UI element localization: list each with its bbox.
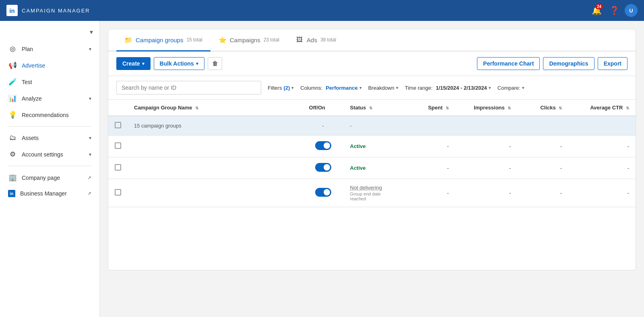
filters-dropdown[interactable]: Filters (2) ▾	[268, 85, 294, 91]
compare-label: Compare:	[497, 85, 520, 91]
sidebar: ▾ ◎ Plan ▾ 📢 Advertise 🧪 Test 📊 Analyze …	[0, 21, 100, 317]
status-sort-icon: ⇅	[369, 106, 372, 110]
row1-toggle[interactable]	[315, 141, 331, 150]
campaigns-table: Campaign Group Name ⇅ Off/On Status ⇅ Sp…	[108, 100, 636, 207]
summary-impressions-cell	[455, 116, 517, 136]
header-spent-label: Spent	[428, 105, 442, 111]
compare-chevron-icon: ▾	[522, 85, 524, 91]
sidebar-item-assets[interactable]: 🗂 Assets ▾	[0, 130, 99, 146]
sidebar-collapse-button[interactable]: ▾	[90, 28, 93, 36]
summary-checkbox[interactable]	[115, 122, 121, 128]
clicks-sort-icon: ⇅	[559, 106, 562, 110]
sidebar-item-business-manager[interactable]: in Business Manager ↗	[0, 186, 99, 201]
filters-label: Filters	[268, 85, 282, 91]
sidebar-test-label: Test	[22, 79, 91, 85]
row2-toggle-cell[interactable]	[303, 157, 344, 179]
filter-bar: Filters (2) ▾ Columns: Performance ▾ Bre…	[108, 76, 636, 100]
campaigns-count: 23 total	[264, 37, 279, 43]
campaigns-icon: ⭐	[219, 36, 227, 44]
sidebar-item-company-page[interactable]: 🏢 Company page ↗	[0, 169, 99, 186]
performance-chart-button[interactable]: Performance Chart	[477, 57, 540, 70]
summary-clicks-cell	[517, 116, 568, 136]
notification-badge: 24	[595, 4, 603, 9]
sidebar-item-test[interactable]: 🧪 Test	[0, 74, 99, 90]
row2-status: Active	[350, 165, 366, 171]
bulk-actions-button[interactable]: Bulk Actions ▾	[154, 57, 204, 70]
campaign-panel: 📁 Campaign groups 15 total ⭐ Campaigns 2…	[108, 29, 636, 270]
row2-checkbox-cell[interactable]	[108, 157, 128, 179]
breakdown-dropdown[interactable]: Breakdown ▾	[368, 85, 398, 91]
row3-toggle-cell[interactable]	[303, 179, 344, 207]
demographics-button[interactable]: Demographics	[543, 57, 594, 70]
sidebar-item-recommendations[interactable]: 💡 Recommendations	[0, 107, 99, 123]
name-sort-icon: ⇅	[195, 106, 198, 110]
summary-name-cell: 15 campaign groups	[128, 116, 303, 136]
row3-checkbox[interactable]	[115, 189, 121, 196]
sidebar-item-account-settings[interactable]: ⚙ Account settings ▾	[0, 146, 99, 163]
analyze-chevron-icon: ▾	[89, 96, 91, 101]
columns-value: Performance	[326, 85, 357, 91]
delete-icon: 🗑	[212, 60, 218, 67]
row1-name-cell	[128, 136, 303, 157]
columns-dropdown[interactable]: Columns: Performance ▾	[300, 85, 361, 91]
row2-clicks-cell: -	[517, 157, 568, 179]
header-clicks-col[interactable]: Clicks ⇅	[517, 100, 568, 116]
summary-name: 15 campaign groups	[134, 123, 182, 129]
summary-status-cell: -	[344, 116, 405, 136]
plan-chevron-icon: ▾	[89, 46, 91, 52]
row1-checkbox[interactable]	[115, 142, 121, 149]
header-status-col[interactable]: Status ⇅	[344, 100, 405, 116]
demographics-label: Demographics	[549, 60, 588, 67]
user-avatar[interactable]: U	[625, 4, 638, 17]
header-impressions-label: Impressions	[474, 105, 505, 111]
toolbar: Create ▾ Bulk Actions ▾ 🗑 Performance Ch…	[108, 51, 636, 76]
create-chevron-icon: ▾	[142, 61, 144, 66]
tab-campaign-groups-label: Campaign groups	[136, 37, 183, 43]
summary-ctr-cell	[568, 116, 636, 136]
sidebar-account-settings-label: Account settings	[22, 151, 84, 158]
sidebar-item-advertise[interactable]: 📢 Advertise	[0, 57, 99, 74]
export-button[interactable]: Export	[598, 57, 627, 70]
help-button[interactable]: ❓	[607, 3, 621, 18]
tab-ads[interactable]: 🖼 Ads 39 total	[287, 29, 344, 51]
row3-status-sub: Group end date reached	[350, 191, 398, 201]
compare-dropdown[interactable]: Compare: ▾	[497, 85, 524, 91]
table-header-row: Campaign Group Name ⇅ Off/On Status ⇅ Sp…	[108, 100, 636, 116]
toolbar-right: Performance Chart Demographics Export	[477, 57, 627, 70]
impressions-sort-icon: ⇅	[508, 106, 511, 110]
tab-campaign-groups[interactable]: 📁 Campaign groups 15 total	[116, 29, 211, 51]
row1-status: Active	[350, 143, 366, 149]
header-ctr-col[interactable]: Average CTR ⇅	[568, 100, 636, 116]
columns-chevron-icon: ▾	[359, 85, 362, 91]
row2-toggle[interactable]	[315, 163, 331, 172]
row3-toggle[interactable]	[315, 188, 331, 197]
search-input[interactable]	[116, 81, 261, 95]
sidebar-advertise-label: Advertise	[22, 62, 91, 69]
topnav: in CAMPAIGN MANAGER 🔔 24 ❓ U	[0, 0, 644, 21]
assets-chevron-icon: ▾	[89, 135, 91, 141]
row1-checkbox-cell[interactable]	[108, 136, 128, 157]
row1-toggle-cell[interactable]	[303, 136, 344, 157]
header-name-col[interactable]: Campaign Group Name ⇅	[128, 100, 303, 116]
row3-checkbox-cell[interactable]	[108, 179, 128, 207]
main-content: 📁 Campaign groups 15 total ⭐ Campaigns 2…	[100, 21, 644, 317]
sidebar-assets-label: Assets	[22, 135, 84, 141]
sidebar-item-plan[interactable]: ◎ Plan ▾	[0, 41, 99, 57]
tab-campaigns[interactable]: ⭐ Campaigns 23 total	[211, 29, 287, 51]
row1-ctr-cell: -	[568, 136, 636, 157]
summary-checkbox-cell[interactable]	[108, 116, 128, 136]
sidebar-analyze-label: Analyze	[22, 95, 84, 102]
header-impressions-col[interactable]: Impressions ⇅	[455, 100, 517, 116]
sidebar-item-analyze[interactable]: 📊 Analyze ▾	[0, 90, 99, 107]
advertise-icon: 📢	[8, 61, 17, 70]
time-range-dropdown[interactable]: Time range: 1/15/2024 - 2/13/2024 ▾	[405, 85, 491, 91]
create-button[interactable]: Create ▾	[116, 57, 151, 70]
external-link-icon-bm: ↗	[87, 191, 91, 196]
row2-checkbox[interactable]	[115, 164, 121, 171]
header-checkbox-col	[108, 100, 128, 116]
tab-ads-label: Ads	[307, 37, 317, 43]
header-spent-col[interactable]: Spent ⇅	[404, 100, 455, 116]
delete-button[interactable]: 🗑	[208, 57, 222, 70]
topnav-left: in CAMPAIGN MANAGER	[6, 5, 90, 16]
notifications-button[interactable]: 🔔 24	[589, 3, 604, 18]
